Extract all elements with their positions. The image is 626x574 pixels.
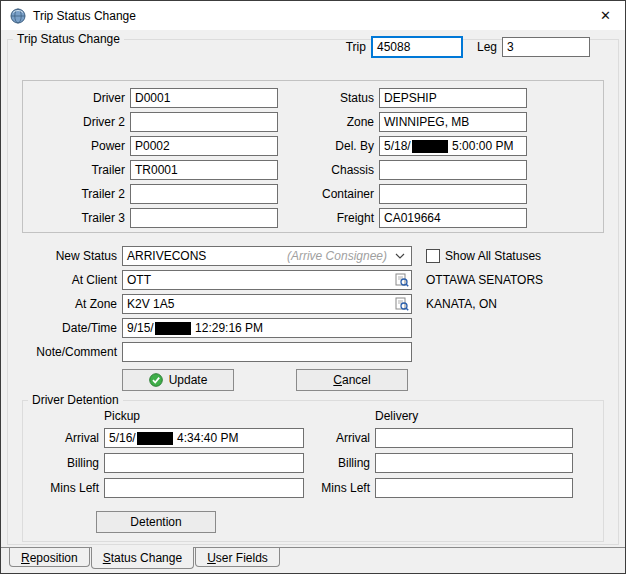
note-comment-input[interactable] [122, 342, 412, 362]
at-zone-value: K2V 1A5 [127, 297, 174, 311]
date-time-input[interactable]: 9/15/ 12:29:16 PM [122, 318, 412, 338]
at-client-value: OTT [127, 273, 151, 287]
redacted-year [155, 322, 191, 335]
delivery-header: Delivery [375, 409, 580, 423]
lookup-icon[interactable] [395, 297, 409, 311]
titlebar: Trip Status Change ✕ [1, 1, 625, 30]
equipment-left-column: Driver D0001 Driver 2 Power P0002 Traile… [33, 88, 278, 232]
chassis-row: Chassis [282, 160, 542, 180]
redacted-year [137, 432, 173, 445]
pickup-mins-left-label: Mins Left [31, 481, 104, 495]
redacted-year [412, 140, 448, 153]
trip-status-change-window: Trip Status Change ✕ Trip Status Change … [0, 0, 626, 574]
status-label: Status [282, 91, 379, 105]
trailer-input[interactable]: TR0001 [130, 160, 278, 180]
driver-detention-group: Driver Detention Pickup Arrival 5/16/ 4:… [22, 400, 604, 542]
delivery-billing-input[interactable] [375, 453, 573, 473]
delivery-arrival-row: Arrival [310, 428, 580, 448]
main-group-title: Trip Status Change [13, 32, 124, 46]
delivery-column: Delivery Arrival Billing Mins Left [310, 409, 580, 498]
tab-user-fields-label: ser Fields [216, 551, 268, 565]
status-change-section: New Status ARRIVECONS (Arrive Consignee)… [22, 246, 604, 391]
freight-label: Freight [282, 211, 379, 225]
tab-status-change[interactable]: Status Change [91, 547, 194, 569]
container-label: Container [282, 187, 379, 201]
driver-row: Driver D0001 [33, 88, 278, 108]
pickup-billing-input[interactable] [104, 453, 304, 473]
driver-input[interactable]: D0001 [130, 88, 278, 108]
at-client-input[interactable]: OTT [122, 270, 412, 290]
at-zone-input[interactable]: K2V 1A5 [122, 294, 412, 314]
del-by-date: 5/18/ [384, 139, 411, 153]
zone-row: Zone WINNIPEG, MB [282, 112, 542, 132]
new-status-label: New Status [22, 249, 122, 263]
date-time-date: 9/15/ [127, 321, 154, 335]
show-all-statuses-checkbox[interactable]: Show All Statuses [426, 249, 541, 263]
dialog-content: Trip Status Change Trip 45088 Leg 3 Driv… [1, 30, 625, 573]
trip-status-change-group: Trip Status Change Trip 45088 Leg 3 Driv… [7, 39, 619, 545]
new-status-combo[interactable]: ARRIVECONS (Arrive Consignee) [122, 246, 412, 266]
container-row: Container [282, 184, 542, 204]
delivery-billing-label: Billing [310, 456, 375, 470]
pickup-column: Pickup Arrival 5/16/ 4:34:40 PM Billing … [31, 409, 304, 498]
status-row: Status DEPSHIP [282, 88, 542, 108]
button-row: Update Cancel [22, 369, 604, 391]
chevron-down-icon [395, 253, 405, 259]
chassis-input[interactable] [379, 160, 527, 180]
freight-input[interactable]: CA019664 [379, 208, 527, 228]
power-label: Power [33, 139, 130, 153]
trailer3-input[interactable] [130, 208, 278, 228]
checkbox-icon [426, 249, 440, 263]
green-check-icon [149, 373, 163, 387]
detention-button[interactable]: Detention [96, 511, 216, 533]
cancel-button-label: ancel [342, 373, 371, 387]
delivery-mins-left-input[interactable] [375, 478, 573, 498]
equipment-group: Driver D0001 Driver 2 Power P0002 Traile… [22, 80, 604, 233]
pickup-billing-label: Billing [31, 456, 104, 470]
driver-label: Driver [33, 91, 130, 105]
del-by-time: 5:00:00 PM [449, 139, 514, 153]
tab-user-fields[interactable]: User Fields [195, 548, 280, 567]
tab-user-fields-accel: U [207, 551, 216, 565]
container-input[interactable] [379, 184, 527, 204]
driver2-row: Driver 2 [33, 112, 278, 132]
window-title: Trip Status Change [33, 9, 596, 23]
leg-input[interactable]: 3 [502, 37, 590, 57]
at-zone-row: At Zone K2V 1A5 KANATA, ON [22, 294, 604, 314]
close-icon[interactable]: ✕ [596, 7, 615, 24]
trailer-label: Trailer [33, 163, 130, 177]
cancel-button[interactable]: Cancel [296, 369, 408, 391]
update-button[interactable]: Update [122, 369, 234, 391]
date-time-row: Date/Time 9/15/ 12:29:16 PM [22, 318, 604, 338]
new-status-row: New Status ARRIVECONS (Arrive Consignee)… [22, 246, 604, 266]
pickup-mins-left-row: Mins Left [31, 478, 304, 498]
zone-input[interactable]: WINNIPEG, MB [379, 112, 527, 132]
power-input[interactable]: P0002 [130, 136, 278, 156]
pickup-mins-left-input[interactable] [104, 478, 304, 498]
pickup-arrival-label: Arrival [31, 431, 104, 445]
pickup-arrival-input[interactable]: 5/16/ 4:34:40 PM [104, 428, 304, 448]
at-zone-label: At Zone [22, 297, 122, 311]
trailer-row: Trailer TR0001 [33, 160, 278, 180]
lookup-icon[interactable] [395, 273, 409, 287]
trailer2-input[interactable] [130, 184, 278, 204]
trip-label: Trip [346, 40, 366, 54]
del-by-input[interactable]: 5/18/ 5:00:00 PM [379, 136, 527, 156]
driver2-input[interactable] [130, 112, 278, 132]
power-row: Power P0002 [33, 136, 278, 156]
trailer2-label: Trailer 2 [33, 187, 130, 201]
delivery-billing-row: Billing [310, 453, 580, 473]
chassis-label: Chassis [282, 163, 379, 177]
driver2-label: Driver 2 [33, 115, 130, 129]
zone-label: Zone [282, 115, 379, 129]
delivery-arrival-input[interactable] [375, 428, 573, 448]
tab-reposition[interactable]: Reposition [9, 548, 90, 567]
detention-columns: Pickup Arrival 5/16/ 4:34:40 PM Billing … [23, 401, 603, 498]
app-icon [10, 8, 26, 24]
delivery-mins-left-label: Mins Left [310, 481, 375, 495]
del-by-label: Del. By [282, 139, 379, 153]
show-all-statuses-label: Show All Statuses [445, 249, 541, 263]
trip-input[interactable]: 45088 [371, 36, 463, 58]
status-input[interactable]: DEPSHIP [379, 88, 527, 108]
at-client-row: At Client OTT OTTAWA SENATORS [22, 270, 604, 290]
